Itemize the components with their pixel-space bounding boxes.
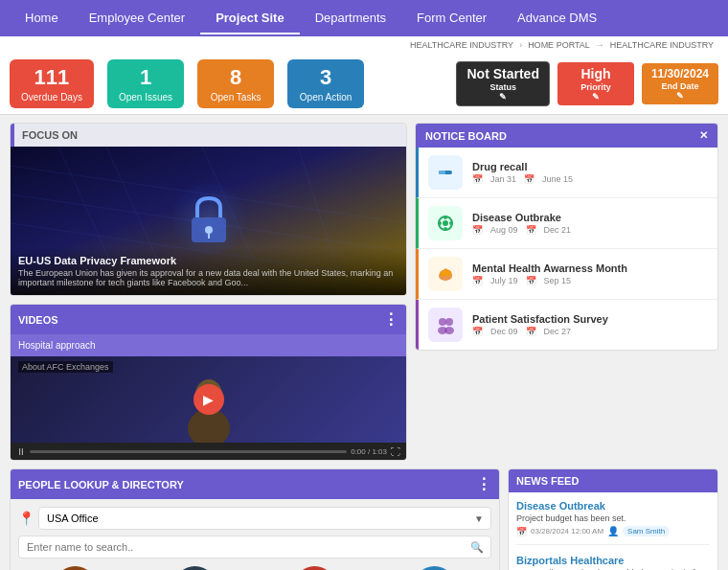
videos-header: VIDEOS ⋮	[11, 305, 406, 334]
svg-point-22	[439, 318, 446, 326]
notice-board: NOTICE BOARD ✕ Drug recall 📅 Jan 31 �	[415, 123, 718, 351]
focus-overlay: EU-US Data Privacy Framework The Europea…	[11, 247, 406, 295]
play-button[interactable]: ▶	[193, 384, 224, 415]
news-body: Disease Outbreak Project budget has been…	[509, 492, 717, 570]
nav-advance-dms[interactable]: Advance DMS	[502, 3, 612, 34]
priority-label: Priority	[580, 82, 611, 92]
news-author-0[interactable]: Sam Smith	[623, 526, 670, 536]
avatar-img-3	[413, 566, 456, 570]
news-item-title-1[interactable]: Bizportals Healthcare	[516, 555, 710, 566]
notice-item-content-3: Mental Health Awarness Month 📅 July 19 📅…	[472, 262, 627, 285]
nav-employee-center[interactable]: Employee Center	[74, 3, 200, 34]
notice-calendar-icon-8: 📅	[526, 327, 536, 336]
breadcrumb-arrow-2: →	[596, 40, 604, 50]
stat-overdue-num: 111	[21, 65, 82, 90]
stat-actions-label: Open Action	[299, 92, 353, 103]
nav-project-site[interactable]: Project Site	[200, 3, 300, 34]
status-value: Not Started	[466, 66, 538, 81]
search-icon[interactable]: 🔍	[470, 541, 484, 554]
notice-start-date-3: July 19	[490, 276, 518, 285]
pill-icon	[435, 162, 456, 183]
people-body: 📍 USA Office ▼ 🔍	[11, 499, 499, 570]
notice-item-disease[interactable]: Disease Outbrake 📅 Aug 09 📅 Dec 21	[416, 198, 717, 249]
priority-edit-icon[interactable]: ✎	[592, 92, 600, 102]
video-pause-icon[interactable]: ⏸	[16, 446, 26, 457]
notice-item-title-2: Disease Outbrake	[472, 212, 571, 223]
stat-card-actions[interactable]: 3 Open Action	[287, 59, 364, 108]
person-card-0: Albert Cage Marketing Lead Marketing 💬 ✉…	[47, 566, 104, 570]
svg-line-4	[11, 166, 406, 223]
video-time: 0:00 / 1:03	[351, 447, 387, 456]
notice-calendar-icon-5: 📅	[472, 276, 483, 285]
news-author-avatar-0: 👤	[607, 526, 619, 536]
status-badge-status[interactable]: Not Started Status ✎	[456, 61, 549, 106]
notice-item-content-2: Disease Outbrake 📅 Aug 09 📅 Dec 21	[472, 212, 571, 235]
news-item-title-0[interactable]: Disease Outbreak	[516, 500, 710, 512]
stat-tasks-label: Open Tasks	[209, 92, 262, 103]
notice-calendar-icon-3: 📅	[472, 225, 483, 235]
notice-end-date-3: Sep 15	[544, 276, 572, 285]
news-date-0: 03/28/2024 12:00 AM	[531, 527, 603, 536]
notice-calendar-icon-7: 📅	[472, 327, 483, 336]
notice-icon-drug	[428, 155, 463, 190]
notice-icon-mental	[428, 257, 463, 291]
people-menu-icon[interactable]: ⋮	[476, 475, 491, 493]
person-card-1: Ash Tomani Graphic Designer 💬 ✉ 📞	[167, 566, 224, 570]
status-edit-icon[interactable]: ✎	[499, 92, 507, 102]
breadcrumb: HEALTHCARE INDUSTRY › HOME PORTAL → HEAL…	[0, 36, 728, 54]
nav-departments[interactable]: Departments	[300, 3, 401, 34]
video-progress-bar[interactable]	[30, 450, 347, 453]
notice-calendar-icon: 📅	[472, 174, 483, 184]
notice-item-title-4: Patient Satisfaction Survey	[472, 313, 608, 325]
left-column: FOCUS ON	[10, 123, 407, 461]
notice-end-date: June 15	[542, 174, 573, 184]
focus-title: FOCUS ON	[11, 124, 406, 147]
notice-end-date-4: Dec 27	[544, 327, 572, 336]
notice-board-close-icon[interactable]: ✕	[699, 129, 708, 142]
date-edit-icon[interactable]: ✎	[676, 91, 684, 101]
breadcrumb-item-2[interactable]: HOME PORTAL	[528, 40, 590, 50]
news-item-0: Disease Outbreak Project budget has been…	[516, 500, 710, 545]
notice-calendar-icon-2: 📅	[524, 174, 535, 184]
status-badge-date[interactable]: 11/30/2024 End Date ✎	[642, 63, 718, 104]
focus-section: FOCUS ON	[10, 123, 407, 296]
stat-card-tasks[interactable]: 8 Open Tasks	[197, 59, 274, 108]
people-search-input[interactable]	[18, 536, 491, 559]
breadcrumb-item-1[interactable]: HEALTHCARE INDUSTRY	[410, 40, 513, 50]
notice-item-dates: 📅 Jan 31 📅 June 15	[472, 174, 573, 184]
notice-item-content: Drug recall 📅 Jan 31 📅 June 15	[472, 161, 573, 184]
right-column: NOTICE BOARD ✕ Drug recall 📅 Jan 31 �	[415, 123, 718, 461]
news-section: NEWS FEED Disease Outbreak Project budge…	[508, 468, 718, 570]
notice-item-mental-health[interactable]: Mental Health Awarness Month 📅 July 19 📅…	[416, 249, 717, 300]
notice-item-drug-recall[interactable]: Drug recall 📅 Jan 31 📅 June 15	[416, 148, 717, 198]
people-search-wrapper: 🔍	[18, 536, 491, 559]
video-fullscreen-icon[interactable]: ⛶	[391, 446, 400, 457]
nav-form-center[interactable]: Form Center	[401, 3, 502, 34]
stat-overdue-label: Overdue Days	[21, 92, 82, 103]
person-avatar-2	[293, 566, 336, 570]
nav-home[interactable]: Home	[10, 3, 74, 34]
news-title: NEWS FEED	[516, 475, 579, 487]
video-controls: ⏸ 0:00 / 1:03 ⛶	[11, 443, 406, 460]
notice-calendar-icon-6: 📅	[526, 276, 536, 285]
notice-item-patient-survey[interactable]: Patient Satisfaction Survey 📅 Dec 09 📅 D…	[416, 300, 717, 350]
notice-icon-disease	[428, 206, 463, 240]
notice-start-date-2: Aug 09	[490, 225, 518, 235]
notice-start-date-4: Dec 09	[490, 327, 518, 336]
svg-rect-14	[439, 171, 445, 174]
disease-icon	[435, 213, 456, 234]
stat-card-overdue[interactable]: 111 Overdue Days	[10, 59, 94, 108]
avatar-img-0	[54, 566, 97, 570]
news-item-desc-0: Project budget has been set.	[516, 513, 710, 523]
stat-card-issues[interactable]: 1 Open Issues	[107, 59, 184, 108]
notice-item-dates-2: 📅 Aug 09 📅 Dec 21	[472, 225, 571, 235]
focus-news-desc: The European Union has given its approva…	[18, 268, 398, 287]
video-thumbnail[interactable]: About AFC Exchanges ▶	[11, 356, 406, 443]
videos-menu-icon[interactable]: ⋮	[383, 310, 398, 329]
top-bar: 111 Overdue Days 1 Open Issues 8 Open Ta…	[0, 54, 728, 115]
office-select[interactable]: USA Office	[38, 507, 491, 530]
focus-image: EU-US Data Privacy Framework The Europea…	[11, 147, 406, 295]
main-nav: Home Employee Center Project Site Depart…	[0, 0, 728, 36]
status-badge-priority[interactable]: High Priority ✎	[557, 62, 634, 105]
breadcrumb-item-3[interactable]: HEALTHCARE INDUSTRY	[610, 40, 714, 50]
